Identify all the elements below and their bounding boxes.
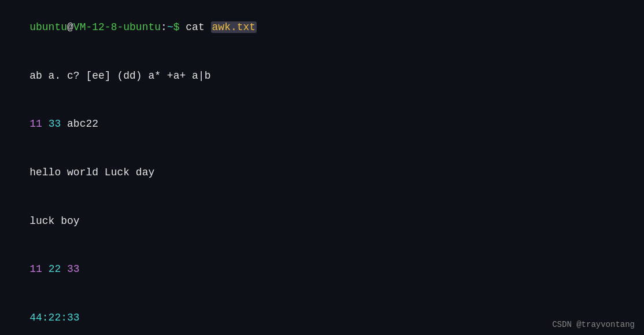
prompt-user: ubuntu — [29, 21, 67, 33]
terminal-line-4: hello world Luck day — [5, 149, 639, 197]
watermark: CSDN @trayvontang — [552, 320, 635, 329]
prompt-host: VM-12-8-ubuntu — [73, 21, 161, 33]
cmd-cat: cat — [186, 21, 210, 33]
terminal-line-2: ab a. c? [ee] (dd) a* +a+ a|b — [5, 52, 639, 101]
terminal-line-5: luck boy — [5, 197, 639, 246]
terminal-line-7: 44:22:33 — [5, 294, 639, 335]
prompt-dollar: $ — [173, 21, 186, 33]
terminal: ubuntu@VM-12-8-ubuntu:~$ cat awk.txt ab … — [0, 0, 644, 335]
prompt-tilde: ~ — [167, 21, 173, 33]
terminal-line-3: 11 33 abc22 — [5, 100, 639, 149]
cmd-filename-1: awk.txt — [211, 21, 257, 33]
terminal-line-6: 11 22 33 — [5, 245, 639, 294]
terminal-line-1: ubuntu@VM-12-8-ubuntu:~$ cat awk.txt — [5, 3, 639, 52]
